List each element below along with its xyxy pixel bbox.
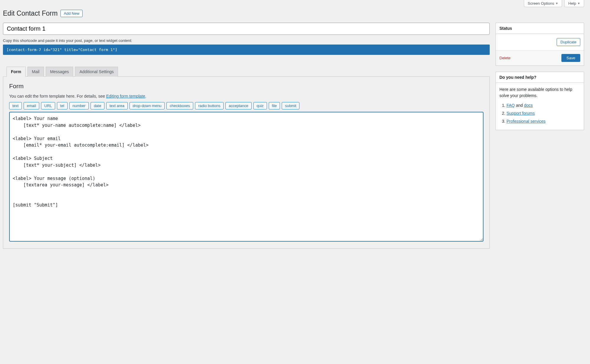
list-item: Professional services	[507, 118, 580, 124]
help-label: Help	[568, 1, 576, 6]
tab-mail[interactable]: Mail	[27, 67, 44, 77]
tag-number-button[interactable]: number	[69, 102, 89, 109]
tag-dropdown-button[interactable]: drop-down menu	[130, 102, 165, 109]
help-box-text: Here are some available options to help …	[499, 86, 580, 99]
form-panel: Form You can edit the form template here…	[3, 76, 490, 249]
tag-quiz-button[interactable]: quiz	[253, 102, 267, 109]
help-box: Do you need help? Here are some availabl…	[496, 72, 584, 130]
form-template-textarea[interactable]	[9, 112, 484, 242]
shortcode-display[interactable]: [contact-form-7 id="321" title="Contact …	[3, 45, 490, 55]
tag-date-button[interactable]: date	[91, 102, 104, 109]
screen-options-label: Screen Options	[528, 1, 554, 6]
form-title-input[interactable]	[3, 23, 490, 35]
add-new-button[interactable]: Add New	[60, 10, 83, 17]
tag-text-button[interactable]: text	[9, 102, 22, 109]
support-forums-link[interactable]: Support forums	[507, 111, 535, 116]
tag-file-button[interactable]: file	[269, 102, 280, 109]
tag-checkboxes-button[interactable]: checkboxes	[166, 102, 193, 109]
panel-description: You can edit the form template here. For…	[9, 94, 484, 99]
list-item: Support forums	[507, 110, 580, 117]
editor-tabs: Form Mail Messages Additional Settings	[3, 67, 490, 77]
page-title: Edit Contact Form	[3, 9, 58, 17]
tag-url-button[interactable]: URL	[41, 102, 55, 109]
tag-textarea-button[interactable]: text area	[106, 102, 128, 109]
tag-submit-button[interactable]: submit	[282, 102, 299, 109]
tag-radio-button[interactable]: radio buttons	[195, 102, 224, 109]
shortcode-instruction: Copy this shortcode and paste it into yo…	[3, 38, 490, 43]
screen-options-button[interactable]: Screen Options ▼	[524, 0, 562, 7]
tab-messages[interactable]: Messages	[46, 67, 73, 77]
list-item: FAQ and docs	[507, 102, 580, 109]
chevron-down-icon: ▼	[555, 2, 558, 5]
tag-generator-buttons: text email URL tel number date text area…	[9, 102, 484, 109]
help-button[interactable]: Help ▼	[564, 0, 584, 7]
help-box-title: Do you need help?	[496, 72, 584, 83]
editing-template-link[interactable]: Editing form template	[106, 94, 145, 99]
save-button[interactable]: Save	[561, 54, 580, 62]
chevron-down-icon: ▼	[577, 2, 580, 5]
duplicate-button[interactable]: Duplicate	[557, 38, 580, 46]
professional-services-link[interactable]: Professional services	[507, 119, 545, 124]
delete-link[interactable]: Delete	[499, 56, 511, 60]
panel-heading: Form	[9, 83, 484, 90]
tab-additional-settings[interactable]: Additional Settings	[75, 67, 118, 77]
tab-form[interactable]: Form	[6, 67, 26, 77]
tag-acceptance-button[interactable]: acceptance	[225, 102, 252, 109]
tag-email-button[interactable]: email	[24, 102, 39, 109]
status-box-title: Status	[496, 23, 584, 34]
faq-link[interactable]: FAQ	[507, 103, 515, 108]
tag-tel-button[interactable]: tel	[57, 102, 68, 109]
status-box: Status Duplicate Delete Save	[496, 23, 584, 66]
docs-link[interactable]: docs	[524, 103, 533, 108]
help-links-list: FAQ and docs Support forums Professional…	[499, 102, 580, 124]
